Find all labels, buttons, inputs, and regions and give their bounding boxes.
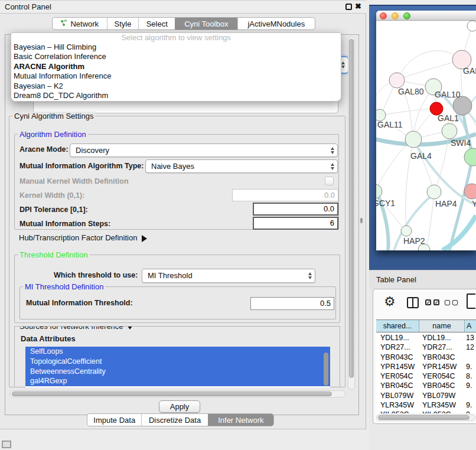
cell-value: 9. (465, 362, 476, 371)
sources-title: Sources for Network Inference (19, 326, 123, 331)
kernel-width-label: Kernel Width (0,1): (19, 189, 84, 202)
network-node[interactable] (427, 185, 441, 199)
tab-jactivemnodules-label: jActiveMNodules (247, 19, 305, 28)
stepper-icon[interactable] (331, 163, 334, 170)
dropdown-item[interactable]: Mutual Information Inference (11, 71, 341, 81)
minimize-window-icon[interactable] (392, 12, 399, 19)
settings-horizontal-scrollbar-thumb[interactable] (12, 392, 332, 396)
manual-kernel-width-checkbox[interactable] (325, 177, 334, 185)
table-row[interactable]: YDL19...YDL19...13 (376, 333, 476, 343)
network-node[interactable] (376, 184, 382, 198)
dpi-tolerance-field[interactable]: 0.0 (253, 203, 338, 216)
hub-definition-toggle[interactable]: Hub/Transcription Factor Definition (19, 233, 147, 242)
bottom-tab-bar: Impute Data Discretize Data Infer Networ… (87, 413, 274, 426)
apply-button[interactable]: Apply (159, 400, 200, 413)
table-row[interactable]: YPR145WYPR145W9. (376, 362, 476, 371)
cyni-algorithm-settings-title: Cyni Algorithm Settings (12, 112, 95, 120)
list-item[interactable]: TopologicalCoefficient (25, 357, 330, 367)
gear-icon[interactable]: ⚙ (384, 294, 396, 309)
cell-name: YPR145W (419, 362, 465, 371)
network-node[interactable] (467, 21, 476, 31)
table-row[interactable]: YBR043CYBR043C (376, 353, 476, 362)
dropdown-item[interactable]: Dream8 DC_TDC Algorithm (11, 91, 341, 100)
tab-select-label: Select (146, 19, 168, 28)
unselect-all-columns-icon[interactable] (445, 300, 458, 305)
sources-toggle[interactable]: Sources for Network Inference (18, 326, 135, 331)
table-row[interactable]: YBL079WYBL079W (376, 391, 476, 400)
network-node[interactable] (376, 109, 386, 121)
zoom-window-icon[interactable] (403, 12, 410, 19)
dropdown-item[interactable]: Basic Correlation Inference (11, 52, 341, 61)
algorithm-dropdown-list: Select algorithm to view settings Bayesi… (11, 32, 341, 102)
list-scrollbar-thumb[interactable] (324, 353, 328, 386)
collapsed-arrow-icon[interactable] (142, 235, 147, 242)
column-header-partial[interactable]: A (465, 320, 476, 332)
table-row[interactable]: YLR345WYLR345W9. (376, 400, 476, 410)
tab-style-label: Style (115, 19, 132, 28)
table-toolbar: ⚙ ✓✓ (373, 289, 475, 317)
network-node[interactable] (401, 226, 412, 236)
expanded-arrow-icon[interactable] (126, 326, 133, 330)
mi-algorithm-type-value: Naive Bayes (151, 162, 194, 171)
collapsed-panel-icon[interactable] (2, 441, 11, 448)
cell-value: 13 (465, 333, 476, 343)
select-all-columns-icon[interactable]: ✓✓ (425, 299, 439, 305)
tab-style[interactable]: Style (107, 18, 139, 30)
tab-discretize-data[interactable]: Discretize Data (141, 414, 207, 426)
close-window-icon[interactable] (380, 12, 387, 19)
close-panel-icon[interactable]: ✖ (355, 2, 361, 11)
network-node[interactable] (464, 148, 476, 166)
aracne-mode-combobox[interactable]: Discovery (70, 144, 338, 157)
table-row[interactable]: YDR27...YDR27...12 (376, 343, 476, 352)
settings-horizontal-scrollbar[interactable] (10, 390, 345, 397)
mi-algorithm-type-combobox[interactable]: Naive Bayes (145, 159, 338, 173)
tab-cyni-toolbox[interactable]: Cyni Toolbox (175, 18, 237, 30)
table-horizontal-scrollbar[interactable] (376, 414, 475, 421)
node-label: Y (472, 199, 476, 208)
which-threshold-combobox[interactable]: MI Threshold (142, 269, 315, 283)
settings-vertical-scrollbar[interactable] (348, 37, 355, 390)
network-node[interactable] (442, 123, 457, 139)
tab-select[interactable]: Select (138, 18, 175, 30)
column-header-name[interactable]: name (419, 320, 465, 332)
export-table-icon[interactable] (467, 294, 475, 309)
cell-name: YLR345W (419, 400, 465, 410)
dropdown-item[interactable]: Bayesian – K2 (11, 81, 341, 91)
table-horizontal-scrollbar-thumb[interactable] (378, 415, 470, 420)
cell-name: YDL19... (419, 333, 465, 343)
table-row[interactable]: YBR045CYBR045C9. (376, 381, 476, 390)
tab-impute-data[interactable]: Impute Data (87, 414, 141, 426)
kernel-width-field[interactable]: 0.0 (232, 189, 338, 201)
mi-steps-field[interactable]: 6 (253, 217, 338, 230)
algorithm-definition-group: Algorithm Definition Aracne Mode: Discov… (14, 134, 339, 230)
settings-vertical-scrollbar-thumb[interactable] (349, 39, 354, 378)
splitter-handle[interactable] (360, 218, 363, 223)
list-item[interactable]: gal4RGexp (25, 376, 330, 386)
stepper-icon[interactable] (331, 147, 334, 154)
cell-value: 9. (465, 400, 476, 410)
table-row[interactable]: YIL052CYIL052C0. (376, 410, 476, 413)
columns-icon[interactable] (407, 297, 419, 308)
dropdown-item-selected[interactable]: ARACNE Algorithm (11, 62, 341, 71)
tab-network[interactable]: Network (53, 18, 107, 30)
network-node[interactable] (389, 73, 405, 88)
control-panel-title: Control Panel (5, 2, 51, 11)
mi-threshold-field[interactable]: 0.5 (250, 297, 334, 310)
stepper-icon[interactable] (308, 272, 312, 279)
tab-impute-data-label: Impute Data (93, 416, 135, 425)
table-row[interactable]: YER054CYER054C8. (376, 371, 476, 381)
network-node[interactable] (405, 131, 422, 148)
float-panel-icon[interactable] (345, 4, 352, 10)
dropdown-item[interactable]: Bayesian – Hill Climbing (11, 43, 341, 52)
network-canvas: GAL GAL80 GAL10 GAL11 GAL1 SWI4 GAL4 GCY… (376, 21, 476, 250)
threshold-definition-group: Threshold Definition Which threshold to … (14, 255, 340, 323)
node-label: GAL11 (377, 120, 403, 129)
list-item[interactable]: BetweennessCentrality (25, 367, 330, 377)
tab-infer-network[interactable]: Infer Network (208, 414, 273, 426)
sources-group: Sources for Network Inference Data Attri… (14, 326, 340, 387)
aracne-mode-label: Aracne Mode: (19, 143, 69, 156)
data-attributes-list: SelfLoops TopologicalCoefficient Between… (25, 347, 330, 387)
tab-jactivemnodules[interactable]: jActiveMNodules (237, 18, 315, 30)
list-item[interactable]: SelfLoops (25, 347, 330, 357)
column-header-shared-name[interactable]: shared... (376, 320, 419, 332)
